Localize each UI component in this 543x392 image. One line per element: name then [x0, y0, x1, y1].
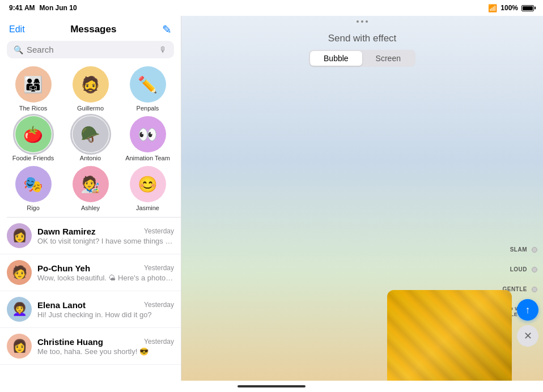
- conv-header-christine: Christine Huang Yesterday: [37, 337, 174, 347]
- conversation-list: 👩 Dawn Ramirez Yesterday OK to visit ton…: [0, 218, 181, 381]
- conv-name-christine: Christine Huang: [37, 337, 103, 347]
- avatar-label-penpals: Penpals: [137, 105, 159, 112]
- conv-info-christine: Christine Huang Yesterday Me too, haha. …: [37, 337, 174, 356]
- avatar-label-ashley: Ashley: [81, 204, 100, 211]
- avatar-item-jasmine[interactable]: 😊 Jasmine: [121, 166, 174, 211]
- avatar-item-animation[interactable]: 👀 Animation Team: [121, 116, 174, 161]
- avatar-label-rigo: Rigo: [27, 204, 40, 211]
- main-container: Edit Messages ✎ 🔍 🎙 👨‍👩‍👧 The Ricos 🧔 Gu…: [0, 16, 543, 381]
- effect-area: SLAM LOUD GENTLE SEND WITH INVISIBLE INK: [181, 73, 543, 381]
- tab-screen[interactable]: Screen: [362, 51, 414, 66]
- home-indicator: [0, 381, 543, 392]
- avatar-circle-guillermo: 🧔: [73, 66, 109, 103]
- status-bar-right: 📶 100%: [488, 4, 534, 12]
- conv-header-pochun: Po-Chun Yeh Yesterday: [37, 263, 174, 273]
- conv-info-pochun: Po-Chun Yeh Yesterday Wow, looks beautif…: [37, 263, 174, 282]
- mic-icon[interactable]: 🎙: [159, 45, 167, 54]
- avatar-item-ricos[interactable]: 👨‍👩‍👧 The Ricos: [7, 66, 60, 112]
- conv-time-elena: Yesterday: [144, 301, 174, 309]
- image-preview: [387, 290, 512, 381]
- conv-avatar-dawn: 👩: [7, 223, 32, 248]
- status-time: 9:41 AM: [9, 4, 35, 12]
- avatar-item-foodie[interactable]: 🍅 Foodie Friends: [7, 116, 60, 161]
- conv-preview-pochun: Wow, looks beautiful. 🌤 Here's a photo o…: [37, 274, 174, 282]
- conv-time-dawn: Yesterday: [144, 227, 174, 235]
- conv-info-elena: Elena Lanot Yesterday Hi! Just checking …: [37, 300, 174, 319]
- send-effect-title: Send with effect: [187, 33, 537, 44]
- conv-preview-christine: Me too, haha. See you shortly! 😎: [37, 347, 174, 356]
- send-effect-header: Send with effect Bubble Screen: [181, 27, 543, 73]
- conv-name-pochun: Po-Chun Yeh: [37, 263, 90, 273]
- messages-header: Edit Messages ✎: [0, 16, 181, 41]
- avatar-item-ashley[interactable]: 🧑‍🎨 Ashley: [64, 166, 117, 211]
- battery-percentage: 100%: [500, 4, 518, 12]
- conv-name-dawn: Dawn Ramirez: [37, 227, 96, 236]
- conv-item-dawn[interactable]: 👩 Dawn Ramirez Yesterday OK to visit ton…: [0, 218, 181, 254]
- conv-info-dawn: Dawn Ramirez Yesterday OK to visit tonig…: [37, 227, 174, 245]
- conv-item-christine[interactable]: 👩 Christine Huang Yesterday Me too, haha…: [0, 328, 181, 365]
- avatar-grid: 👨‍👩‍👧 The Ricos 🧔 Guillermo ✏️ Penpals 🍅…: [0, 64, 181, 217]
- left-panel: Edit Messages ✎ 🔍 🎙 👨‍👩‍👧 The Ricos 🧔 Gu…: [0, 16, 181, 381]
- battery-icon: [521, 5, 534, 11]
- avatar-circle-antonio: 🪖: [73, 116, 109, 152]
- search-input[interactable]: [27, 45, 156, 54]
- conv-item-elena[interactable]: 👩‍🦱 Elena Lanot Yesterday Hi! Just check…: [0, 291, 181, 328]
- avatar-item-rigo[interactable]: 🎭 Rigo: [7, 166, 60, 211]
- conv-header-elena: Elena Lanot Yesterday: [37, 300, 174, 310]
- avatar-label-jasmine: Jasmine: [136, 204, 159, 211]
- cancel-button[interactable]: ✕: [517, 325, 538, 347]
- edit-button[interactable]: Edit: [9, 24, 25, 35]
- avatar-label-ricos: The Ricos: [19, 105, 48, 112]
- effect-tabs: Bubble Screen: [309, 50, 415, 67]
- avatar-circle-rigo: 🎭: [15, 166, 52, 202]
- conv-time-pochun: Yesterday: [144, 264, 174, 272]
- avatar-label-antonio: Antonio: [80, 155, 101, 161]
- avatar-circle-foodie: 🍅: [15, 116, 52, 152]
- action-buttons: ↑ ✕: [517, 299, 538, 347]
- dots-indicator: [181, 16, 543, 27]
- status-date: Mon Jun 10: [40, 4, 77, 12]
- avatar-label-guillermo: Guillermo: [77, 105, 104, 112]
- tab-bubble[interactable]: Bubble: [310, 51, 362, 66]
- dot-2: [361, 20, 363, 23]
- conv-avatar-christine: 👩: [7, 334, 32, 359]
- conv-avatar-pochun: 🧑: [7, 260, 32, 285]
- image-preview-inner: [387, 290, 512, 381]
- avatar-circle-animation: 👀: [130, 116, 166, 152]
- search-bar[interactable]: 🔍 🎙: [7, 41, 174, 58]
- avatar-label-foodie: Foodie Friends: [12, 155, 54, 161]
- conv-avatar-elena: 👩‍🦱: [7, 297, 32, 322]
- dot-1: [357, 20, 359, 23]
- slam-dot: [532, 247, 537, 253]
- search-icon: 🔍: [14, 45, 23, 54]
- compose-button[interactable]: ✎: [162, 23, 172, 36]
- conv-name-elena: Elena Lanot: [37, 300, 86, 310]
- avatar-circle-ashley: 🧑‍🎨: [73, 166, 109, 202]
- conv-item-pochun[interactable]: 🧑 Po-Chun Yeh Yesterday Wow, looks beaut…: [0, 254, 181, 291]
- messages-title: Messages: [70, 24, 116, 35]
- status-bar-left: 9:41 AM Mon Jun 10: [9, 4, 77, 12]
- avatar-label-animation: Animation Team: [125, 155, 170, 161]
- slam-label: SLAM: [510, 246, 527, 253]
- right-content: Send with effect Bubble Screen SLAM LOUD: [181, 16, 543, 381]
- gentle-dot: [532, 287, 537, 292]
- avatar-circle-ricos: 👨‍👩‍👧: [15, 66, 52, 103]
- avatar-item-penpals[interactable]: ✏️ Penpals: [121, 66, 174, 112]
- avatar-item-antonio[interactable]: 🪖 Antonio: [64, 116, 117, 161]
- avatar-circle-jasmine: 😊: [130, 166, 166, 202]
- conv-header-dawn: Dawn Ramirez Yesterday: [37, 227, 174, 236]
- home-bar: [237, 385, 306, 387]
- dot-3: [366, 20, 368, 23]
- loud-dot: [532, 267, 537, 272]
- wifi-icon: 📶: [488, 4, 497, 12]
- avatar-item-guillermo[interactable]: 🧔 Guillermo: [64, 66, 117, 112]
- effect-loud[interactable]: LOUD: [504, 259, 543, 279]
- right-panel: Send with effect Bubble Screen SLAM LOUD: [181, 16, 543, 381]
- conv-time-christine: Yesterday: [144, 338, 174, 346]
- conv-preview-dawn: OK to visit tonight? I have some things …: [37, 237, 174, 245]
- conv-preview-elena: Hi! Just checking in. How did it go?: [37, 310, 174, 319]
- loud-label: LOUD: [510, 266, 527, 272]
- effect-slam[interactable]: SLAM: [504, 240, 543, 259]
- status-bar: 9:41 AM Mon Jun 10 📶 100%: [0, 0, 543, 16]
- send-button[interactable]: ↑: [517, 299, 538, 321]
